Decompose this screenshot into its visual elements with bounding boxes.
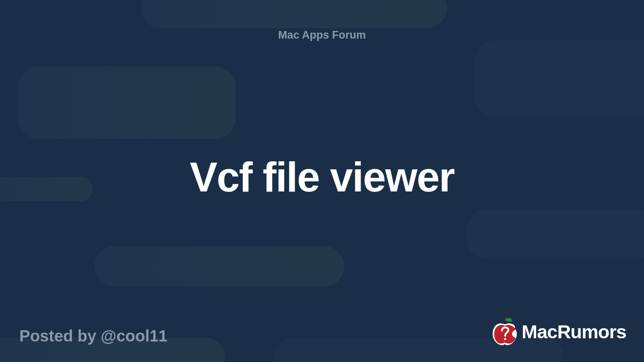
forum-name: Mac Apps Forum bbox=[0, 29, 644, 41]
brand-logo: MacRumors bbox=[492, 317, 626, 346]
brand-name: MacRumors bbox=[522, 321, 626, 343]
bg-bubble bbox=[95, 246, 344, 286]
bg-bubble bbox=[0, 177, 93, 201]
svg-point-0 bbox=[504, 338, 506, 340]
bg-bubble bbox=[141, 0, 447, 28]
thread-title: Vcf file viewer bbox=[190, 154, 454, 201]
bg-bubble bbox=[18, 66, 235, 139]
bg-bubble bbox=[467, 209, 644, 259]
apple-icon bbox=[492, 317, 518, 346]
bg-bubble bbox=[475, 40, 644, 117]
posted-by: Posted by @cool11 bbox=[19, 327, 167, 345]
